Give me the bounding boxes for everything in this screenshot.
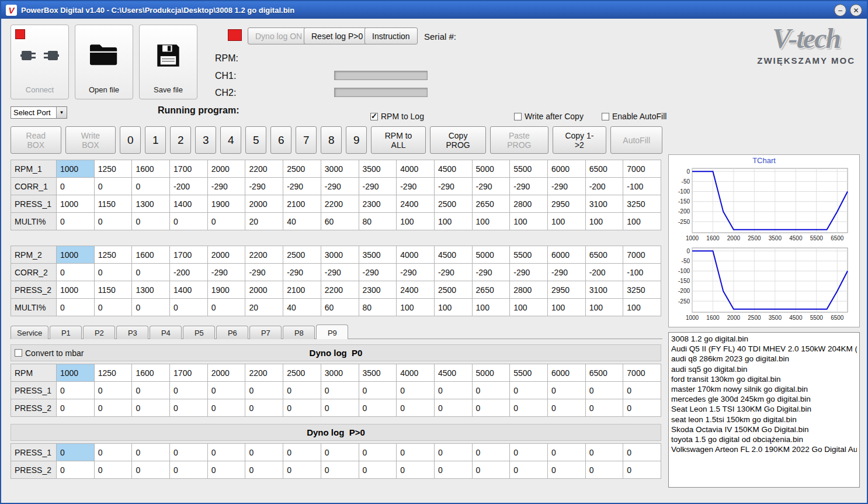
grid-cell[interactable]: 100 [547, 213, 585, 230]
grid-cell[interactable]: 0 [547, 382, 585, 399]
grid-cell[interactable]: 0 [170, 382, 208, 399]
grid-cell[interactable]: 5000 [472, 246, 510, 264]
grid-cell[interactable]: 60 [321, 299, 359, 316]
grid-cell[interactable]: 40 [283, 213, 321, 230]
grid-cell[interactable]: 1700 [170, 246, 208, 264]
grid-cell[interactable]: 0 [94, 461, 132, 479]
grid-cell[interactable]: 3500 [359, 246, 397, 264]
grid-cell[interactable]: 100 [510, 299, 548, 316]
tab-p5[interactable]: P5 [183, 326, 215, 339]
grid-cell[interactable]: -290 [207, 264, 245, 281]
program-digit-button-7[interactable]: 7 [296, 126, 317, 154]
grid-cell[interactable]: 2650 [472, 281, 510, 299]
grid-cell[interactable]: 2200 [245, 160, 283, 178]
grid-cell[interactable]: 2200 [245, 364, 283, 382]
grid-cell[interactable]: 0 [547, 461, 585, 479]
grid-cell[interactable]: 4500 [434, 246, 472, 264]
program-digit-button-8[interactable]: 8 [321, 126, 342, 154]
dyno-log-on-button[interactable]: Dyno log ON [248, 27, 310, 44]
open-file-button[interactable]: Open file [75, 25, 133, 99]
grid-cell[interactable]: 1400 [170, 281, 208, 299]
grid-cell[interactable]: 0 [472, 382, 510, 399]
copy-1-to-2-button[interactable]: Copy 1->2 [553, 126, 607, 154]
grid-cell[interactable]: 0 [170, 299, 208, 316]
program-digit-button-1[interactable]: 1 [145, 126, 166, 154]
grid-cell[interactable]: 0 [57, 213, 95, 230]
convert-to-mbar-checkbox[interactable]: Convert to mbar [15, 348, 84, 358]
grid-cell[interactable]: 1700 [170, 364, 208, 382]
grid-cell[interactable]: 3000 [321, 364, 359, 382]
port-select[interactable]: Select Port ▼ [11, 106, 67, 119]
grid-cell[interactable]: -290 [321, 264, 359, 281]
grid-cell[interactable]: 1900 [207, 195, 245, 213]
program-digit-button-9[interactable]: 9 [346, 126, 367, 154]
grid-cell[interactable]: -290 [359, 264, 397, 281]
grid-cell[interactable]: 0 [245, 461, 283, 479]
grid-cell[interactable]: 80 [359, 299, 397, 316]
grid-cell[interactable]: 0 [57, 264, 95, 281]
grid-cell[interactable]: 0 [623, 382, 661, 399]
grid-cell[interactable]: 2200 [321, 281, 359, 299]
grid-cell[interactable]: 2000 [245, 281, 283, 299]
file-list-item[interactable]: audi sq5 go digital.bin [671, 364, 857, 374]
grid-cell[interactable]: 0 [321, 399, 359, 417]
grid-cell[interactable]: 1150 [94, 195, 132, 213]
grid-cell[interactable]: 1600 [132, 364, 170, 382]
grid-cell[interactable]: 7000 [623, 246, 661, 264]
grid-cell[interactable]: 7000 [623, 364, 661, 382]
grid-cell[interactable]: 0 [434, 461, 472, 479]
grid-cell[interactable]: 2000 [207, 246, 245, 264]
grid-cell[interactable]: 4000 [397, 364, 435, 382]
grid-cell[interactable]: 4000 [397, 160, 435, 178]
grid-cell[interactable]: 2800 [510, 195, 548, 213]
grid-cell[interactable]: 100 [472, 213, 510, 230]
tab-p4[interactable]: P4 [150, 326, 182, 339]
grid-cell[interactable]: 3100 [585, 281, 623, 299]
grid-cell[interactable]: 0 [585, 382, 623, 399]
grid-cell[interactable]: 0 [547, 399, 585, 417]
grid-cell[interactable]: 0 [245, 382, 283, 399]
grid-cell[interactable]: 2500 [434, 281, 472, 299]
grid-cell[interactable]: 20 [245, 213, 283, 230]
grid-cell[interactable]: 2000 [207, 364, 245, 382]
grid-cell[interactable]: 0 [132, 178, 170, 195]
grid-cell[interactable]: 2100 [283, 281, 321, 299]
reset-log-button[interactable]: Reset log P>0 [304, 27, 370, 44]
grid-cell[interactable]: 2400 [397, 281, 435, 299]
grid-cell[interactable]: 2500 [283, 160, 321, 178]
file-list[interactable]: 3008 1.2 go digital.binAudi Q5 II (FY FL… [668, 332, 860, 488]
program-digit-button-2[interactable]: 2 [170, 126, 191, 154]
tab-p9[interactable]: P9 [316, 325, 348, 339]
grid-cell[interactable]: 6000 [547, 364, 585, 382]
grid-cell[interactable]: 0 [359, 461, 397, 479]
grid-cell[interactable]: 2000 [207, 160, 245, 178]
grid-cell[interactable]: 6000 [547, 160, 585, 178]
grid-cell[interactable]: 100 [434, 213, 472, 230]
grid-cell[interactable]: 5500 [510, 364, 548, 382]
grid-cell[interactable]: 2950 [547, 195, 585, 213]
grid-cell[interactable]: -290 [359, 178, 397, 195]
grid-cell[interactable]: -200 [170, 264, 208, 281]
grid-cell[interactable]: 0 [132, 264, 170, 281]
grid-cell[interactable]: -100 [623, 264, 661, 281]
grid-cell[interactable]: 0 [207, 299, 245, 316]
grid-cell[interactable]: 0 [283, 382, 321, 399]
grid-cell[interactable]: 0 [94, 299, 132, 316]
grid-cell[interactable]: 1600 [132, 246, 170, 264]
rpm-to-log-checkbox[interactable]: RPM to Log [370, 112, 424, 121]
grid-cell[interactable]: 2200 [321, 195, 359, 213]
grid-cell[interactable]: 0 [170, 444, 208, 461]
title-bar[interactable]: V PowerBox Digital v1.40 - C:\Users\Prod… [1, 1, 867, 19]
grid-cell[interactable]: 0 [359, 444, 397, 461]
grid-cell[interactable]: 0 [94, 264, 132, 281]
grid-cell[interactable]: 6000 [547, 246, 585, 264]
grid-cell[interactable]: 0 [170, 461, 208, 479]
rpm-to-all-button[interactable]: RPM to ALL [371, 126, 426, 154]
grid-cell[interactable]: 0 [94, 444, 132, 461]
grid-cell[interactable]: 0 [94, 178, 132, 195]
grid-cell[interactable]: 100 [397, 299, 435, 316]
grid-cell[interactable]: -290 [283, 264, 321, 281]
grid-cell[interactable]: 4500 [434, 160, 472, 178]
grid-cell[interactable]: 0 [57, 382, 95, 399]
grid-cell[interactable]: 1900 [207, 281, 245, 299]
